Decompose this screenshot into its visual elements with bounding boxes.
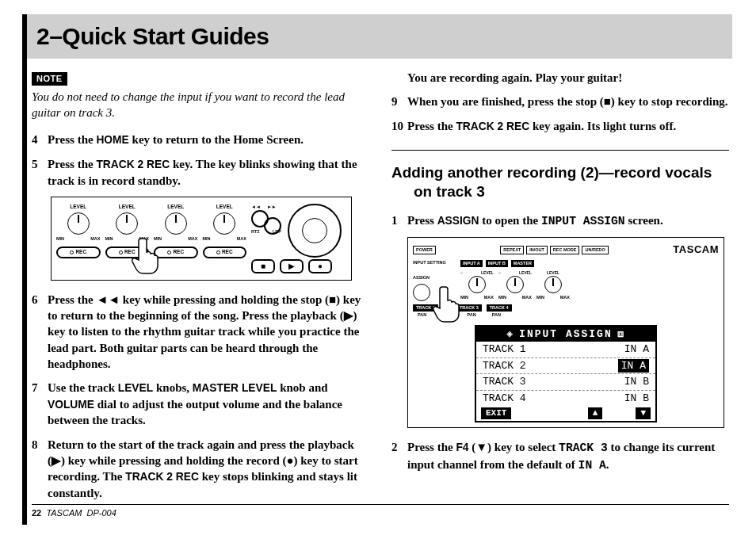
step-7: 7Use the track LEVEL knobs, MASTER LEVEL… <box>32 380 369 429</box>
track3-label: TRACK 3 <box>456 304 482 312</box>
vocal-step-1: 1Press ASSIGN to open the INPUT ASSIGN s… <box>391 212 729 230</box>
track4-label: TRACK 4 <box>487 304 512 312</box>
right-column: You are recording again. Play your guita… <box>391 70 729 509</box>
left-steps-cont: 6Press the ◄◄ key while pressing and hol… <box>32 292 369 501</box>
page-title: 2–Quick Start Guides <box>36 23 269 50</box>
left-steps: 4 Press the HOME key to return to the Ho… <box>32 132 369 189</box>
exit-softkey: EXIT <box>481 407 511 419</box>
step-8: 8Return to the start of the track again … <box>32 437 369 501</box>
lcd-screen: ◈INPUT ASSIGN⧈ TRACK 1IN ATRACK 2IN ATRA… <box>475 325 657 423</box>
stop-key-icon: ■ <box>251 259 275 273</box>
rec-button-2: REC <box>105 247 150 258</box>
master-label: MASTER <box>511 260 534 267</box>
down-softkey: ▼ <box>636 407 651 419</box>
unredo-label: UN/REDO <box>582 246 608 254</box>
note-text: You do not need to change the input if y… <box>32 89 369 121</box>
section-divider <box>391 150 729 151</box>
title-bar: 2–Quick Start Guides <box>27 14 732 59</box>
left-column: NOTE You do not need to change the input… <box>32 70 369 509</box>
left-black-bar <box>22 14 27 525</box>
repeat-label: REPEAT <box>500 246 524 254</box>
assign-label: ASSIGN <box>413 275 457 281</box>
track1-label: TRACK 1 <box>413 304 438 312</box>
step-10: 10Press the TRACK 2 REC key again. Its l… <box>391 118 729 135</box>
step-9: 9When you are finished, press the stop (… <box>391 94 729 109</box>
screen-row: TRACK 3IN B <box>476 374 655 391</box>
input-setting-label: INPUT SETTING <box>413 260 457 266</box>
up-softkey: ▲ <box>588 407 603 419</box>
recording-lead-text: You are recording again. Play your guita… <box>391 70 729 86</box>
step-4: 4 Press the HOME key to return to the Ho… <box>32 132 369 148</box>
subheading: Adding another recording (2)—record voca… <box>391 163 729 201</box>
battery-icon: ⧈ <box>617 327 625 342</box>
assign-button <box>413 284 430 301</box>
rec-key-icon: ● <box>308 259 332 273</box>
track-knob-diagram: LEVELMINMAX LEVELMINMAX LEVELMINMAX LEVE… <box>51 197 352 281</box>
screen-row: TRACK 1IN A <box>476 342 655 358</box>
rec-button-3: REC <box>154 247 198 258</box>
jog-dial <box>288 204 342 258</box>
recmode-label: REC MODE <box>550 246 580 254</box>
step-6: 6Press the ◄◄ key while pressing and hol… <box>32 292 369 372</box>
page-footer: 22 TASCAM DP-004 <box>32 504 729 518</box>
screen-row: TRACK 2IN A <box>476 358 655 375</box>
brand-logo: TASCAM <box>673 243 719 257</box>
inout-label: IN/OUT <box>526 246 548 254</box>
screen-row: TRACK 4IN B <box>476 391 655 407</box>
input-a-label: INPUT A <box>460 260 483 267</box>
device-diagram: POWER REPEAT IN/OUT REC MODE UN/REDO TAS… <box>407 237 724 428</box>
play-key-icon: ▶ <box>280 259 304 273</box>
rec-button-4: REC <box>203 247 247 258</box>
rec-button-1: REC <box>56 247 101 258</box>
power-button-label: POWER <box>413 246 436 254</box>
note-tag: NOTE <box>32 72 67 86</box>
speaker-icon: ◈ <box>506 327 514 342</box>
input-b-label: INPUT B <box>486 260 508 267</box>
vocal-step-2: 2Press the F4 (▼) key to select TRACK 3 … <box>391 439 729 474</box>
step-5: 5 Press the TRACK 2 REC key. The key bli… <box>32 156 369 189</box>
